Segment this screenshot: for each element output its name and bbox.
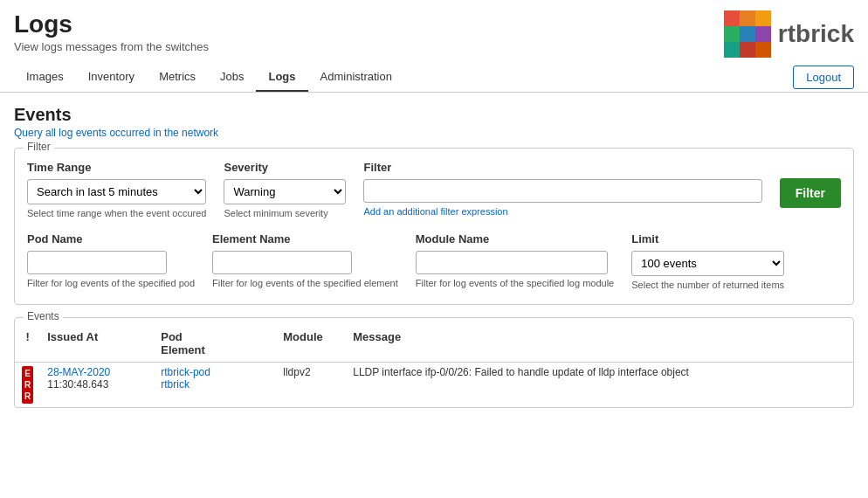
pod-name-label: Pod Name xyxy=(27,232,195,246)
limit-hint: Select the number of returned items xyxy=(631,280,784,290)
module-name-label: Module Name xyxy=(416,232,614,246)
limit-select[interactable]: 10 events 50 events 100 events 500 event… xyxy=(631,251,784,276)
severity-cell: ERR xyxy=(15,363,40,408)
nav-metrics[interactable]: Metrics xyxy=(147,63,208,92)
module-name-input[interactable] xyxy=(416,251,608,274)
events-table: ! Issued At PodElement Module Message ER… xyxy=(15,325,853,407)
col-header-module: Module xyxy=(276,325,346,363)
pod-name-group: Pod Name Filter for log events of the sp… xyxy=(27,232,195,288)
module-value: lldpv2 xyxy=(283,366,310,378)
element-name-group: Element Name Filter for log events of th… xyxy=(212,232,398,288)
header-title-area: Logs View logs messages from the switche… xyxy=(14,10,209,53)
pod-name-input[interactable] xyxy=(27,251,167,274)
events-subtitle: Query all log events occurred in the net… xyxy=(14,127,854,139)
events-title: Events xyxy=(14,105,854,125)
logout-button[interactable]: Logout xyxy=(793,66,854,89)
filter-button[interactable]: Filter xyxy=(780,178,841,208)
filter-expr-group: Filter Add an additional filter expressi… xyxy=(363,161,761,217)
col-header-bang: ! xyxy=(15,325,40,363)
pod-name-hint: Filter for log events of the specified p… xyxy=(27,278,195,288)
pod-element-cell: rtbrick-pod rtbrick xyxy=(154,363,276,408)
nav-administration[interactable]: Administration xyxy=(308,63,404,92)
events-section: Events Query all log events occurred in … xyxy=(0,93,868,408)
element-name-input[interactable] xyxy=(212,251,352,274)
filter-legend: Filter xyxy=(24,141,54,153)
page-title: Logs xyxy=(14,10,209,38)
svg-rect-1 xyxy=(740,10,755,26)
rtbrick-logo-icon xyxy=(724,10,771,58)
time-range-label: Time Range xyxy=(27,161,206,174)
col-header-issued-at: Issued At xyxy=(40,325,154,363)
severity-hint: Select minimum severity xyxy=(224,208,346,218)
module-name-group: Module Name Filter for log events of the… xyxy=(416,232,614,288)
svg-rect-0 xyxy=(724,10,740,26)
module-name-hint: Filter for log events of the specified l… xyxy=(416,278,614,288)
filter-row-2: Pod Name Filter for log events of the sp… xyxy=(27,232,841,290)
time-range-select[interactable]: Search in last 5 minutes Search in last … xyxy=(27,179,206,204)
col-header-pod-element: PodElement xyxy=(154,325,276,363)
events-table-box: Events ! Issued At PodElement Module Mes… xyxy=(14,317,854,408)
svg-rect-2 xyxy=(755,10,771,26)
nav-inventory[interactable]: Inventory xyxy=(76,63,147,92)
svg-rect-3 xyxy=(724,26,740,42)
header: Logs View logs messages from the switche… xyxy=(0,0,868,58)
time-range-group: Time Range Search in last 5 minutes Sear… xyxy=(27,161,206,218)
severity-select[interactable]: Debug Info Warning Error Critical xyxy=(224,179,346,204)
table-row: ERR 28-MAY-2020 11:30:48.643 rtbrick-pod… xyxy=(15,363,853,408)
limit-label: Limit xyxy=(631,232,784,246)
issued-at-cell: 28-MAY-2020 11:30:48.643 xyxy=(40,363,154,408)
events-table-legend: Events xyxy=(24,310,63,322)
svg-rect-7 xyxy=(740,42,755,58)
page-subtitle: View logs messages from the switches xyxy=(14,40,209,53)
filter-expr-label: Filter xyxy=(363,161,761,174)
element-name-hint: Filter for log events of the specified e… xyxy=(212,278,398,288)
filter-row-1: Time Range Search in last 5 minutes Sear… xyxy=(27,161,841,218)
logo-text: rtbrick xyxy=(778,20,854,48)
svg-rect-4 xyxy=(740,26,755,42)
table-header-row: ! Issued At PodElement Module Message xyxy=(15,325,853,363)
nav-images[interactable]: Images xyxy=(14,63,76,92)
module-cell: lldpv2 xyxy=(276,363,346,408)
svg-rect-8 xyxy=(755,42,771,58)
message-value: LLDP interface ifp-0/0/26: Failed to han… xyxy=(353,366,689,378)
message-cell: LLDP interface ifp-0/0/26: Failed to han… xyxy=(346,363,853,408)
severity-label: Severity xyxy=(224,161,346,174)
nav-jobs[interactable]: Jobs xyxy=(208,63,256,92)
issued-at-time: 11:30:48.643 xyxy=(47,378,108,391)
nav-logs[interactable]: Logs xyxy=(256,63,307,92)
pod-link[interactable]: rtbrick-pod xyxy=(161,366,210,378)
severity-group: Severity Debug Info Warning Error Critic… xyxy=(224,161,346,218)
filter-box: Filter Time Range Search in last 5 minut… xyxy=(14,148,854,305)
col-header-message: Message xyxy=(346,325,853,363)
issued-at-date-link[interactable]: 28-MAY-2020 xyxy=(47,366,110,378)
element-link[interactable]: rtbrick xyxy=(161,378,189,391)
err-badge: ERR xyxy=(22,366,33,404)
limit-group: Limit 10 events 50 events 100 events 500… xyxy=(631,232,784,290)
filter-expr-input[interactable] xyxy=(363,179,761,203)
svg-rect-6 xyxy=(724,42,740,58)
time-range-hint: Select time range when the event occured xyxy=(27,208,206,218)
element-name-label: Element Name xyxy=(212,232,398,246)
logo-area: rtbrick xyxy=(724,10,854,58)
filter-expr-hint: Add an additional filter expression xyxy=(363,206,761,217)
main-nav: Images Inventory Metrics Jobs Logs Admin… xyxy=(0,63,868,93)
svg-rect-5 xyxy=(755,26,771,42)
